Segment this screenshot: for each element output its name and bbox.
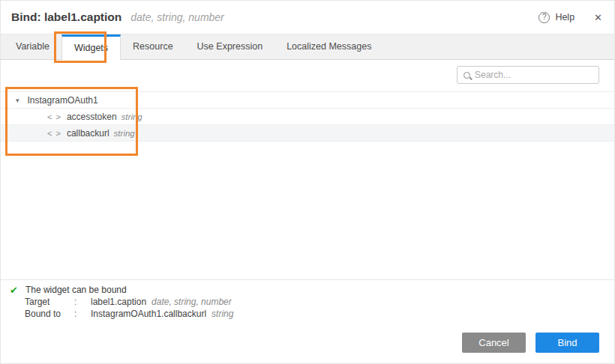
bind-button[interactable]: Bind xyxy=(536,333,599,353)
dialog-footer: Cancel Bind xyxy=(1,322,614,363)
code-icon: < > xyxy=(47,112,62,121)
code-icon: < > xyxy=(47,129,62,138)
status-label: Target xyxy=(25,296,74,308)
tab-bar: Variable Widgets Resource Use Expression… xyxy=(1,34,614,60)
tab-use-expression[interactable]: Use Expression xyxy=(185,34,275,59)
tree-leaf-label: accesstoken xyxy=(67,112,117,122)
search-box xyxy=(457,66,599,84)
status-label: Bound to xyxy=(25,308,74,320)
tab-widgets[interactable]: Widgets xyxy=(62,34,121,60)
dialog-header: Bind: label1.caption date, string, numbe… xyxy=(1,1,614,34)
status-target-value: label1.caption xyxy=(91,297,146,307)
widget-tree: ▾ InstagramOAuth1 < > accesstoken string… xyxy=(1,91,614,142)
status-row-target: Target : label1.captiondate, string, num… xyxy=(1,296,614,308)
search-icon xyxy=(464,72,470,79)
binding-status-panel: ✔ The widget can be bound Target : label… xyxy=(1,279,614,324)
dialog-subtitle: date, string, number xyxy=(130,11,224,23)
check-icon: ✔ xyxy=(10,285,18,296)
help-label: Help xyxy=(555,12,574,22)
dialog-title: Bind: label1.caption xyxy=(11,10,122,24)
caret-down-icon[interactable]: ▾ xyxy=(16,97,20,104)
help-icon: ? xyxy=(538,12,550,23)
tree-leaf-label: callbackurl xyxy=(67,128,110,139)
cancel-button[interactable]: Cancel xyxy=(462,333,526,353)
status-boundto-value: InstagramOAuth1.callbackurl xyxy=(91,309,206,319)
bind-dialog: Bind: label1.caption date, string, numbe… xyxy=(0,0,615,364)
status-row-bound-to: Bound to : InstagramOAuth1.callbackurlst… xyxy=(1,308,614,320)
tree-leaf-type: string xyxy=(122,112,142,121)
tree-row-root[interactable]: ▾ InstagramOAuth1 xyxy=(1,92,614,109)
tab-resource[interactable]: Resource xyxy=(121,34,185,59)
status-target-type: date, string, number xyxy=(152,297,232,307)
help-button[interactable]: ? Help xyxy=(538,12,574,23)
tree-row-callbackurl[interactable]: < > callbackurl string xyxy=(1,125,614,142)
tree-root-label: InstagramOAuth1 xyxy=(28,95,98,106)
search-input[interactable] xyxy=(475,70,592,80)
tree-row-accesstoken[interactable]: < > accesstoken string xyxy=(1,109,614,125)
status-message: The widget can be bound xyxy=(26,285,127,295)
tab-variable[interactable]: Variable xyxy=(4,34,62,59)
tree-leaf-type: string xyxy=(114,129,135,138)
tab-localized-messages[interactable]: Localized Messages xyxy=(274,34,383,59)
status-boundto-type: string xyxy=(212,309,233,319)
close-icon[interactable]: ✕ xyxy=(594,13,602,22)
